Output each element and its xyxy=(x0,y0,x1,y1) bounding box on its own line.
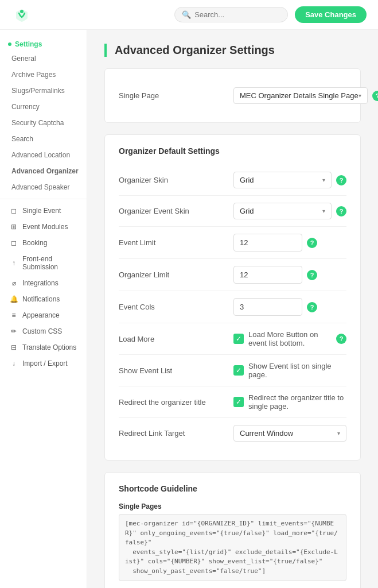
organizer-event-skin-help-icon[interactable]: ? xyxy=(336,206,346,216)
redirect-link-select-wrapper[interactable]: Current Window ▾ xyxy=(233,425,346,442)
sidebar-item-translate[interactable]: ⊟ Translate Options xyxy=(0,339,87,355)
sidebar-item-advanced-location[interactable]: Advanced Location xyxy=(0,147,87,163)
grid-icon: ⊞ xyxy=(10,223,18,231)
redirect-link-control: Current Window ▾ xyxy=(233,425,346,442)
organizer-skin-select[interactable]: Grid xyxy=(240,176,322,184)
redirect-title-checkbox[interactable] xyxy=(233,397,244,407)
sidebar-item-search[interactable]: Search xyxy=(0,131,87,147)
sidebar-item-advanced-organizer[interactable]: Advanced Organizer xyxy=(0,163,87,179)
sidebar-item-security[interactable]: Security Captcha xyxy=(0,115,87,131)
show-event-list-checkbox[interactable] xyxy=(233,365,244,376)
redirect-title-checkbox-label[interactable]: Redirect the organizer title to single p… xyxy=(233,393,346,411)
sidebar-item-label: Single Event xyxy=(22,207,61,215)
sidebar-item-label: Integrations xyxy=(22,279,59,287)
link-icon: ⌀ xyxy=(10,279,18,287)
sidebar-item-archive-pages[interactable]: Archive Pages xyxy=(0,67,87,83)
event-limit-help-icon[interactable]: ? xyxy=(307,238,317,248)
sidebar-item-advanced-speaker[interactable]: Advanced Speaker xyxy=(0,179,87,195)
show-event-list-checkbox-label[interactable]: Show Event list on single page. xyxy=(233,362,346,379)
event-cols-row: Event Cols ? xyxy=(119,291,346,323)
settings-label: Settings xyxy=(15,40,42,48)
organizer-event-skin-row: Organizer Event Skin Grid ▾ ? xyxy=(119,196,346,227)
event-cols-help-icon[interactable]: ? xyxy=(307,302,317,312)
sidebar-item-label: Event Modules xyxy=(22,223,68,231)
calendar-icon: ◻ xyxy=(10,207,18,215)
organizer-event-skin-select-wrapper[interactable]: Grid ▾ xyxy=(233,203,332,219)
sidebar-item-integrations[interactable]: ⌀ Integrations xyxy=(0,275,87,291)
tag-icon: ◻ xyxy=(10,239,18,247)
sidebar-item-booking[interactable]: ◻ Booking xyxy=(0,235,87,251)
sidebar-item-appearance[interactable]: ≡ Appearance xyxy=(0,307,87,323)
single-page-label: Single Page xyxy=(119,91,233,100)
redirect-title-control: Redirect the organizer title to single p… xyxy=(233,393,346,411)
load-more-help-icon[interactable]: ? xyxy=(336,334,346,344)
search-box[interactable]: 🔍 xyxy=(174,7,288,22)
shortcode-section-title: Shortcode Guideline xyxy=(119,484,346,493)
single-page-select[interactable]: MEC Organizer Details Single Page xyxy=(240,91,358,100)
event-cols-input[interactable] xyxy=(233,298,302,316)
topbar: 🔍 Save Changes xyxy=(0,0,378,30)
save-changes-button-top[interactable]: Save Changes xyxy=(295,6,367,23)
download-icon: ↓ xyxy=(10,359,18,368)
single-page-select-wrapper[interactable]: MEC Organizer Details Single Page ▾ xyxy=(233,87,368,104)
organizer-defaults-title: Organizer Default Settings xyxy=(119,146,346,156)
sidebar-item-label: Front-end Submission xyxy=(22,255,79,271)
sidebar-item-single-event[interactable]: ◻ Single Event xyxy=(0,203,87,219)
sidebar-item-import-export[interactable]: ↓ Import / Export xyxy=(0,355,87,372)
sidebar-item-label: Custom CSS xyxy=(22,327,62,335)
single-page-row: Single Page MEC Organizer Details Single… xyxy=(119,80,346,111)
svg-point-1 xyxy=(20,10,24,13)
translate-icon: ⊟ xyxy=(10,343,18,351)
organizer-limit-label: Organizer Limit xyxy=(119,270,233,279)
sidebar-item-general[interactable]: General xyxy=(0,51,87,67)
event-limit-row: Event Limit ? xyxy=(119,227,346,259)
sidebar-item-currency[interactable]: Currency xyxy=(0,99,87,115)
redirect-link-label: Redirect Link Target xyxy=(119,429,233,438)
organizer-limit-help-icon[interactable]: ? xyxy=(307,270,317,280)
shortcode-section: Shortcode Guideline Single Pages [mec-or… xyxy=(104,472,361,588)
event-limit-input[interactable] xyxy=(233,234,302,252)
main-content: Advanced Organizer Settings Single Page … xyxy=(87,30,378,588)
chevron-down-icon: ▾ xyxy=(322,208,325,214)
show-event-list-row: Show Event List Show Event list on singl… xyxy=(119,355,346,386)
event-cols-label: Event Cols xyxy=(119,303,233,311)
sidebar-item-frontend-submission[interactable]: ↑ Front-end Submission xyxy=(0,251,87,275)
organizer-event-skin-select[interactable]: Grid xyxy=(240,207,322,215)
sidebar-item-event-modules[interactable]: ⊞ Event Modules xyxy=(0,219,87,235)
shortcode-single-pages-code: [mec-organizer id="{ORGANIZER_ID}" limit… xyxy=(119,514,346,581)
event-limit-label: Event Limit xyxy=(119,238,233,247)
single-page-control: MEC Organizer Details Single Page ▾ ? xyxy=(233,87,378,104)
show-event-list-label: Show Event List xyxy=(119,366,233,375)
organizer-limit-row: Organizer Limit ? xyxy=(119,259,346,291)
organizer-skin-row: Organizer Skin Grid ▾ ? xyxy=(119,165,346,196)
show-event-list-text: Show Event list on single page. xyxy=(248,362,346,379)
organizer-limit-input[interactable] xyxy=(233,266,302,284)
single-page-help-icon[interactable]: ? xyxy=(372,91,378,101)
shortcode-single-pages-title: Single Pages xyxy=(119,502,346,510)
load-more-control: Load More Button on event list bottom. ? xyxy=(233,330,346,347)
sidebar-item-notifications[interactable]: 🔔 Notifications xyxy=(0,291,87,307)
organizer-skin-control: Grid ▾ ? xyxy=(233,172,346,188)
load-more-checkbox-label[interactable]: Load More Button on event list bottom. xyxy=(233,330,332,347)
redirect-link-row: Redirect Link Target Current Window ▾ xyxy=(119,418,346,448)
search-input[interactable] xyxy=(194,10,280,19)
organizer-limit-control: ? xyxy=(233,266,346,284)
chevron-down-icon: ▾ xyxy=(358,92,361,99)
sidebar-item-custom-css[interactable]: ✏ Custom CSS xyxy=(0,323,87,339)
sidebar-item-label: Booking xyxy=(22,239,47,247)
organizer-skin-select-wrapper[interactable]: Grid ▾ xyxy=(233,172,332,188)
load-more-label: Load More xyxy=(119,335,233,343)
show-event-list-control: Show Event list on single page. xyxy=(233,362,346,379)
redirect-link-select[interactable]: Current Window xyxy=(240,429,337,438)
organizer-event-skin-control: Grid ▾ ? xyxy=(233,203,346,219)
logo xyxy=(11,5,32,25)
organizer-skin-help-icon[interactable]: ? xyxy=(336,175,346,185)
sidebar-item-label: Appearance xyxy=(22,311,60,319)
load-more-checkbox[interactable] xyxy=(233,334,244,344)
sidebar-item-slugs[interactable]: Slugs/Permalinks xyxy=(0,83,87,99)
sidebar: Settings General Archive Pages Slugs/Per… xyxy=(0,30,87,588)
shortcode-single-pages-group: Single Pages [mec-organizer id="{ORGANIZ… xyxy=(119,502,346,581)
organizer-defaults-section: Organizer Default Settings Organizer Ski… xyxy=(104,134,361,461)
single-page-section: Single Page MEC Organizer Details Single… xyxy=(104,68,361,123)
page-title: Advanced Organizer Settings xyxy=(104,44,361,57)
